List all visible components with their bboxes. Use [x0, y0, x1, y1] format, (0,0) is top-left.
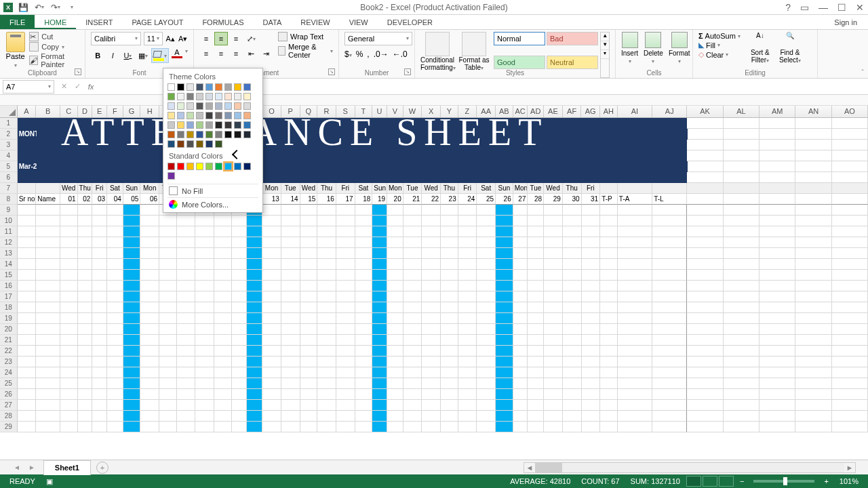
cell-N26[interactable]: [247, 389, 263, 400]
cell-L28[interactable]: [214, 411, 232, 422]
cell-G18[interactable]: [123, 302, 141, 313]
cell-L17[interactable]: [214, 291, 232, 302]
cell-H13[interactable]: [140, 248, 159, 259]
cell-M16[interactable]: [232, 281, 247, 291]
wrap-text-button[interactable]: Wrap Text: [278, 32, 333, 41]
view-pagelayout-button[interactable]: [703, 476, 717, 487]
row-header-20[interactable]: 20: [0, 324, 18, 335]
cell-F4[interactable]: [107, 150, 123, 161]
fill-color-button[interactable]: ▾: [151, 48, 169, 63]
cell-C7[interactable]: Wed: [60, 183, 78, 194]
cell-AB19[interactable]: [496, 313, 513, 324]
cell-X3[interactable]: [422, 140, 441, 150]
sheet-tab-1[interactable]: Sheet1: [43, 460, 91, 475]
cell-Q9[interactable]: [300, 205, 318, 216]
cell-O4[interactable]: [262, 150, 281, 161]
cell-AI18[interactable]: [618, 302, 652, 313]
cell-AL2[interactable]: [724, 129, 760, 140]
cell-W16[interactable]: [403, 281, 422, 291]
view-pagebreak-button[interactable]: [719, 476, 734, 487]
cell-C10[interactable]: [60, 216, 78, 226]
theme-swatch-2-1[interactable]: [196, 102, 203, 110]
cell-AE23[interactable]: [544, 357, 563, 367]
cell-H28[interactable]: [140, 411, 159, 422]
cell-T3[interactable]: [355, 140, 373, 150]
cell-AA24[interactable]: [477, 367, 496, 378]
cell-M25[interactable]: [232, 378, 247, 389]
cell-W20[interactable]: [403, 324, 422, 335]
cell-S19[interactable]: [336, 313, 355, 324]
cell-K23[interactable]: [195, 357, 214, 367]
cell-G24[interactable]: [123, 367, 141, 378]
cell-I24[interactable]: [159, 367, 177, 378]
cell-AJ20[interactable]: [652, 324, 687, 335]
cell-E21[interactable]: [92, 335, 107, 346]
row-header-3[interactable]: 3: [0, 140, 18, 150]
cell-T4[interactable]: [355, 150, 373, 161]
cell-V18[interactable]: [387, 302, 403, 313]
cell-Z12[interactable]: [458, 237, 477, 248]
cell-O22[interactable]: [262, 346, 281, 357]
cell-AH12[interactable]: [600, 237, 618, 248]
cell-AO16[interactable]: [832, 281, 868, 291]
cell-AK17[interactable]: [687, 291, 723, 302]
theme-swatch-4-9[interactable]: [205, 131, 213, 138]
cell-AJ24[interactable]: [652, 367, 687, 378]
cell-F17[interactable]: [107, 291, 123, 302]
cell-AB26[interactable]: [496, 389, 513, 400]
cell-I19[interactable]: [159, 313, 177, 324]
cell-AL22[interactable]: [724, 346, 760, 357]
cell-U26[interactable]: [372, 389, 387, 400]
cut-button[interactable]: ✂Cut: [29, 32, 79, 41]
row-header-21[interactable]: 21: [0, 335, 18, 346]
cell-P29[interactable]: [281, 422, 300, 432]
cell-AI22[interactable]: [618, 346, 652, 357]
macro-record-icon[interactable]: ▣: [46, 477, 53, 486]
cell-L26[interactable]: [214, 389, 232, 400]
row-header-29[interactable]: 29: [0, 422, 18, 432]
cell-G27[interactable]: [123, 400, 141, 411]
cell-AE1[interactable]: [544, 118, 563, 129]
select-all-corner[interactable]: [0, 106, 18, 117]
cell-O9[interactable]: [262, 205, 281, 216]
cell-Y12[interactable]: [441, 237, 458, 248]
cell-D5[interactable]: [78, 161, 93, 172]
cell-AC2[interactable]: [513, 129, 528, 140]
cell-T18[interactable]: [355, 302, 373, 313]
sheet-nav-next[interactable]: ►: [28, 464, 35, 471]
cell-AF23[interactable]: [563, 357, 582, 367]
cell-AA4[interactable]: [477, 150, 496, 161]
cell-AK24[interactable]: [687, 367, 723, 378]
cell-L10[interactable]: [214, 216, 232, 226]
cell-X7[interactable]: Wed: [422, 183, 441, 194]
cell-AC1[interactable]: [513, 118, 528, 129]
cell-T25[interactable]: [355, 378, 373, 389]
cell-Q5[interactable]: [300, 161, 318, 172]
cell-P2[interactable]: [281, 129, 300, 140]
cell-AK29[interactable]: [687, 422, 723, 432]
cell-AE15[interactable]: [544, 270, 563, 281]
cell-AC24[interactable]: [513, 367, 528, 378]
cell-Y7[interactable]: Thu: [441, 183, 458, 194]
cell-AD14[interactable]: [528, 259, 544, 270]
cell-T11[interactable]: [355, 226, 373, 237]
cell-AA13[interactable]: [477, 248, 496, 259]
cell-AH25[interactable]: [600, 378, 618, 389]
cell-F19[interactable]: [107, 313, 123, 324]
cell-Z19[interactable]: [458, 313, 477, 324]
cell-B29[interactable]: [36, 422, 60, 432]
minimize-icon[interactable]: —: [818, 2, 828, 13]
theme-swatch-3-0[interactable]: [196, 112, 203, 119]
theme-swatch-1-9[interactable]: [177, 102, 184, 110]
bold-button[interactable]: B: [91, 48, 104, 63]
theme-swatch-4-5[interactable]: [167, 131, 175, 138]
cell-F14[interactable]: [107, 259, 123, 270]
cell-AM14[interactable]: [760, 259, 795, 270]
cell-I10[interactable]: [159, 216, 177, 226]
cell-T15[interactable]: [355, 270, 373, 281]
delete-cells-button[interactable]: Delete▾: [644, 32, 663, 64]
cell-F13[interactable]: [107, 248, 123, 259]
theme-swatch-3-8[interactable]: [186, 121, 194, 129]
standard-swatch-3[interactable]: [196, 163, 203, 170]
cell-AD27[interactable]: [528, 400, 544, 411]
